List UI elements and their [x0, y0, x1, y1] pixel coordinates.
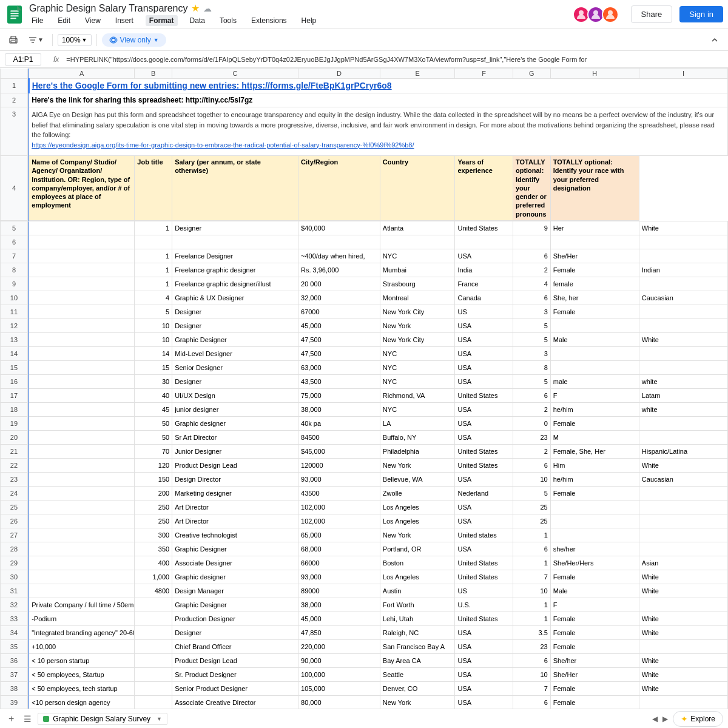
- cell-employees: 120: [135, 459, 172, 473]
- sheet-container[interactable]: A B C D E F G H I 1 Here's the Google Fo…: [0, 68, 728, 709]
- menu-edit[interactable]: Edit: [55, 15, 73, 26]
- menu-tools[interactable]: Tools: [217, 15, 239, 26]
- table-row: 1 Here's the Google Form for submitting …: [1, 79, 728, 93]
- col-header-a[interactable]: A: [29, 69, 135, 79]
- svg-rect-0: [7, 5, 22, 23]
- cell-years-exp: 3.5: [513, 626, 550, 640]
- row-number: 21: [1, 445, 28, 459]
- formula-content: =HYPERLINK("https://docs.google.com/form…: [66, 56, 723, 63]
- cell-race: White: [639, 333, 727, 347]
- header-years-exp: Years of experience: [455, 156, 513, 221]
- menu-extensions[interactable]: Extensions: [249, 15, 289, 26]
- function-icon: fx: [53, 55, 59, 64]
- row-number: 6: [1, 235, 28, 249]
- cell-company: [29, 263, 135, 277]
- cell-years-exp: 6: [513, 542, 550, 556]
- menu-file[interactable]: File: [29, 15, 46, 26]
- menu-data[interactable]: Data: [187, 15, 207, 26]
- cell-employees: 250: [135, 514, 172, 528]
- cloud-sync-icon: ☁: [203, 4, 212, 13]
- header-row: 4 Name of Company/ Studio/ Agency/ Organ…: [1, 156, 728, 221]
- cell-job-title: [172, 235, 298, 249]
- explore-button[interactable]: ✦ Explore: [673, 711, 723, 727]
- sheet-menu-button[interactable]: ☰: [20, 713, 35, 725]
- svg-rect-9: [11, 36, 16, 39]
- col-header-c[interactable]: C: [172, 69, 298, 79]
- cell-gender: Female: [550, 263, 639, 277]
- share-button[interactable]: Share: [631, 5, 673, 23]
- cell-employees: 30: [135, 375, 172, 389]
- top-right-area: Share Sign in: [575, 5, 723, 23]
- row-number: 22: [1, 459, 28, 473]
- row3-link[interactable]: https://eyeondesign.aiga.org/its-time-fo…: [32, 141, 414, 149]
- cell-city: Bay Area CA: [380, 654, 455, 668]
- cell-city: [380, 235, 455, 249]
- zoom-selector[interactable]: 100% ▼: [58, 34, 92, 46]
- menu-view[interactable]: View: [83, 15, 103, 26]
- filter-button[interactable]: ▼: [24, 33, 47, 47]
- cell-race: Indian: [639, 263, 727, 277]
- col-header-h[interactable]: H: [550, 69, 639, 79]
- row-number: 32: [1, 598, 28, 612]
- col-header-b[interactable]: B: [135, 69, 172, 79]
- cell-race: White: [639, 459, 727, 473]
- cell-reference-input[interactable]: [5, 53, 41, 66]
- header-race: TOTALLY optional: Identify your race wit…: [550, 156, 639, 221]
- cell-salary: 89000: [298, 584, 380, 598]
- scroll-right-button[interactable]: ▶: [662, 715, 668, 723]
- cell-gender: She/Her: [550, 668, 639, 682]
- add-sheet-button[interactable]: +: [5, 712, 18, 726]
- col-header-d[interactable]: D: [298, 69, 380, 79]
- cell-years-exp: 6: [513, 459, 550, 473]
- scroll-left-button[interactable]: ◀: [652, 715, 658, 723]
- collapse-button[interactable]: [706, 33, 723, 47]
- signin-button[interactable]: Sign in: [679, 6, 723, 22]
- cell-city: NYC: [380, 361, 455, 375]
- cell-years-exp: 6: [513, 696, 550, 709]
- row1-link-text: Here's the Google Form for submitting ne…: [32, 81, 392, 90]
- cell-gender: Female: [550, 305, 639, 319]
- cell-country: USA: [455, 417, 513, 431]
- col-header-g[interactable]: G: [513, 69, 550, 79]
- cell-years-exp: 10: [513, 668, 550, 682]
- cell-salary: 102,000: [298, 514, 380, 528]
- cell-company: [29, 570, 135, 584]
- menu-insert[interactable]: Insert: [113, 15, 136, 26]
- cell-salary: 66000: [298, 556, 380, 570]
- cell-job-title: Production Designer: [172, 612, 298, 626]
- col-header-e[interactable]: E: [380, 69, 455, 79]
- cell-job-title: Associate Creative Director: [172, 696, 298, 709]
- row1-link-cell[interactable]: Here's the Google Form for submitting ne…: [29, 79, 728, 93]
- cell-race: Caucasian: [639, 473, 727, 487]
- table-row: 3 AIGA Eye on Design has put this form a…: [1, 107, 728, 156]
- menu-help[interactable]: Help: [299, 15, 319, 26]
- cell-job-title: Product Design Lead: [172, 459, 298, 473]
- col-header-i[interactable]: I: [639, 69, 727, 79]
- cell-city: Los Angeles: [380, 514, 455, 528]
- star-icon[interactable]: ★: [191, 2, 200, 14]
- cell-salary: 45,000: [298, 319, 380, 333]
- svg-rect-2: [10, 13, 18, 14]
- menu-format[interactable]: Format: [146, 15, 178, 26]
- svg-point-6: [593, 10, 598, 15]
- view-only-button[interactable]: View only ▼: [102, 33, 166, 47]
- cell-gender: She/her: [550, 654, 639, 668]
- cell-country: United States: [455, 556, 513, 570]
- table-row: 12 10 Designer 45,000 New York USA 5: [1, 319, 728, 333]
- cell-race: White: [639, 626, 727, 640]
- cell-gender: [550, 361, 639, 375]
- title-text: Graphic Design Salary Transparency: [29, 3, 187, 14]
- cell-years-exp: 9: [513, 221, 550, 235]
- explore-star-icon: ✦: [681, 714, 688, 724]
- cell-employees: 250: [135, 500, 172, 514]
- cell-race: [639, 305, 727, 319]
- cell-years-exp: 23: [513, 640, 550, 654]
- print-button[interactable]: [5, 33, 22, 47]
- col-header-f[interactable]: F: [455, 69, 513, 79]
- cell-city: LA: [380, 417, 455, 431]
- table-row: 37 < 50 employees, Startup Sr. Product D…: [1, 668, 728, 682]
- cell-salary: $40,000: [298, 221, 380, 235]
- sheet-tab[interactable]: Graphic Design Salary Survey ▼: [38, 713, 167, 725]
- cell-years-exp: 7: [513, 682, 550, 696]
- cell-country: USA: [455, 682, 513, 696]
